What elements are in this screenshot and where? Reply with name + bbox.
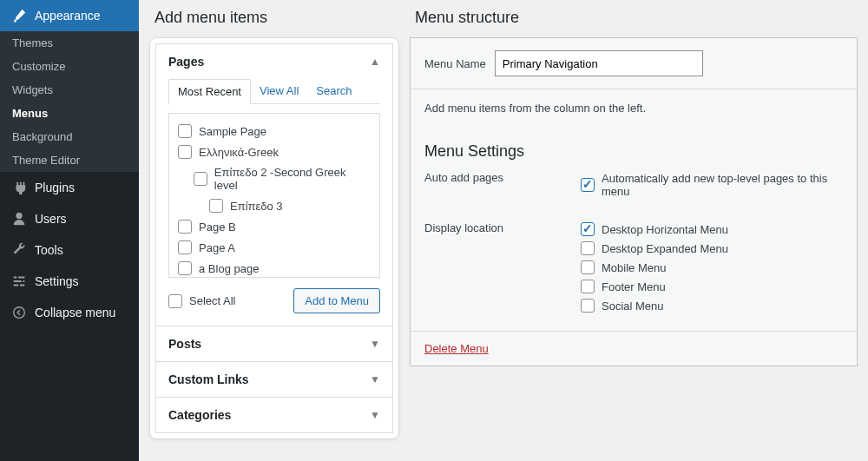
page-item-label: a Blog page xyxy=(199,262,259,275)
svg-point-0 xyxy=(14,307,25,319)
page-item-label: Page B xyxy=(199,221,236,234)
sidebar-label: Plugins xyxy=(35,181,75,194)
menu-structure-panel: Menu Name Add menu items from the column… xyxy=(410,37,858,366)
acc-links-head[interactable]: Custom Links ▼ xyxy=(156,362,392,397)
sidebar-item-users[interactable]: Users xyxy=(0,203,139,234)
sidebar-item-tools[interactable]: Tools xyxy=(0,234,139,266)
sub-theme-editor[interactable]: Theme Editor xyxy=(0,148,139,172)
sidebar-item-settings[interactable]: Settings xyxy=(0,266,139,297)
sidebar-label: Appearance xyxy=(35,9,101,23)
page-item-checkbox[interactable] xyxy=(178,220,192,234)
page-item-label: Επίπεδο 2 -Second Greek level xyxy=(214,166,371,192)
sidebar-label: Settings xyxy=(35,274,79,288)
page-item-label: Ελληνικά-Greek xyxy=(199,146,279,159)
accordion: Pages ▲ Most Recent View All Search Samp… xyxy=(149,37,399,439)
structure-empty-msg: Add menu items from the column on the le… xyxy=(411,89,857,127)
page-item-checkbox[interactable] xyxy=(178,261,192,275)
location-checkbox[interactable] xyxy=(581,222,595,236)
select-all-checkbox[interactable] xyxy=(168,294,182,308)
caret-up-icon: ▲ xyxy=(370,56,380,68)
auto-add-option[interactable]: Automatically add new top-level pages to… xyxy=(581,169,843,201)
sidebar-label: Tools xyxy=(35,243,63,257)
location-label: Footer Menu xyxy=(602,280,666,293)
page-item[interactable]: Επίπεδο 2 -Second Greek level xyxy=(178,162,371,195)
acc-posts: Posts ▼ xyxy=(155,326,393,362)
pages-checklist: Sample PageΕλληνικά-GreekΕπίπεδο 2 -Seco… xyxy=(168,113,380,278)
location-label: Desktop Horizontal Menu xyxy=(602,223,728,236)
brush-icon xyxy=(10,7,28,24)
acc-categories-label: Categories xyxy=(168,408,231,422)
sub-menus[interactable]: Menus xyxy=(0,102,139,125)
auto-add-label: Auto add pages xyxy=(424,169,581,201)
caret-down-icon: ▼ xyxy=(370,409,380,421)
select-all-label: Select All xyxy=(189,294,235,307)
location-label: Desktop Expanded Menu xyxy=(602,242,728,255)
page-item[interactable]: a Blog page xyxy=(178,258,371,278)
pages-tabs: Most Recent View All Search xyxy=(168,79,380,104)
wrench-icon xyxy=(10,241,28,259)
menu-name-input[interactable] xyxy=(495,50,703,76)
structure-title: Menu structure xyxy=(415,9,858,27)
acc-pages-head[interactable]: Pages ▲ xyxy=(156,44,392,79)
plug-icon xyxy=(10,179,28,196)
location-option[interactable]: Desktop Horizontal Menu xyxy=(581,220,843,239)
select-all[interactable]: Select All xyxy=(168,294,235,308)
acc-posts-label: Posts xyxy=(168,337,201,351)
sidebar-item-appearance[interactable]: Appearance xyxy=(0,0,139,31)
location-checkbox[interactable] xyxy=(581,260,595,274)
location-option[interactable]: Desktop Expanded Menu xyxy=(581,239,843,258)
sub-themes[interactable]: Themes xyxy=(0,31,139,55)
sub-widgets[interactable]: Widgets xyxy=(0,78,139,102)
acc-links: Custom Links ▼ xyxy=(155,361,393,398)
sub-background[interactable]: Background xyxy=(0,125,139,148)
page-item-checkbox[interactable] xyxy=(209,199,223,213)
page-item[interactable]: Επίπεδο 3 xyxy=(178,195,371,216)
location-label: Social Menu xyxy=(602,300,664,313)
page-item-checkbox[interactable] xyxy=(178,145,192,159)
location-checkbox[interactable] xyxy=(581,280,595,293)
acc-links-label: Custom Links xyxy=(168,372,249,386)
admin-sidebar: Appearance Themes Customize Widgets Menu… xyxy=(0,0,139,461)
sidebar-item-plugins[interactable]: Plugins xyxy=(0,172,139,203)
location-checkbox[interactable] xyxy=(581,241,595,255)
page-item-label: Sample Page xyxy=(199,125,266,138)
auto-add-text: Automatically add new top-level pages to… xyxy=(602,172,843,198)
page-item[interactable]: Page B xyxy=(178,216,371,237)
add-to-menu-button[interactable]: Add to Menu xyxy=(293,288,380,313)
location-option[interactable]: Footer Menu xyxy=(581,277,843,296)
collapse-icon xyxy=(10,304,28,321)
page-item-checkbox[interactable] xyxy=(178,124,192,138)
user-icon xyxy=(10,210,28,227)
page-item[interactable]: Ελληνικά-Greek xyxy=(178,142,371,162)
menu-name-label: Menu Name xyxy=(424,57,486,70)
sidebar-collapse[interactable]: Collapse menu xyxy=(0,297,139,328)
acc-categories-head[interactable]: Categories ▼ xyxy=(156,398,392,432)
location-option[interactable]: Social Menu xyxy=(581,296,843,315)
page-item[interactable]: Sample Page xyxy=(178,121,371,142)
delete-menu-link[interactable]: Delete Menu xyxy=(424,342,489,355)
tab-recent[interactable]: Most Recent xyxy=(168,79,251,104)
sidebar-submenu: Themes Customize Widgets Menus Backgroun… xyxy=(0,31,139,172)
acc-pages: Pages ▲ Most Recent View All Search Samp… xyxy=(155,43,393,326)
location-checkbox[interactable] xyxy=(581,299,595,313)
sliders-icon xyxy=(10,273,28,290)
auto-add-checkbox[interactable] xyxy=(581,178,595,192)
tab-view-all[interactable]: View All xyxy=(251,79,307,103)
caret-down-icon: ▼ xyxy=(370,373,380,385)
add-items-title: Add menu items xyxy=(155,9,399,27)
location-label: Mobile Menu xyxy=(602,261,666,274)
sub-customize[interactable]: Customize xyxy=(0,55,139,78)
page-item-checkbox[interactable] xyxy=(194,172,207,186)
acc-posts-head[interactable]: Posts ▼ xyxy=(156,326,392,361)
location-option[interactable]: Mobile Menu xyxy=(581,258,843,277)
display-locations: Desktop Horizontal MenuDesktop Expanded … xyxy=(581,220,843,315)
page-item[interactable]: Page A xyxy=(178,237,371,258)
acc-categories: Categories ▼ xyxy=(155,397,393,433)
sidebar-label: Users xyxy=(35,212,67,226)
tab-search[interactable]: Search xyxy=(307,79,360,103)
display-location-label: Display location xyxy=(424,220,581,315)
page-item-label: Page A xyxy=(199,241,235,254)
menu-settings-title: Menu Settings xyxy=(411,127,857,166)
page-item-checkbox[interactable] xyxy=(178,240,192,254)
sidebar-label: Collapse menu xyxy=(35,306,115,319)
